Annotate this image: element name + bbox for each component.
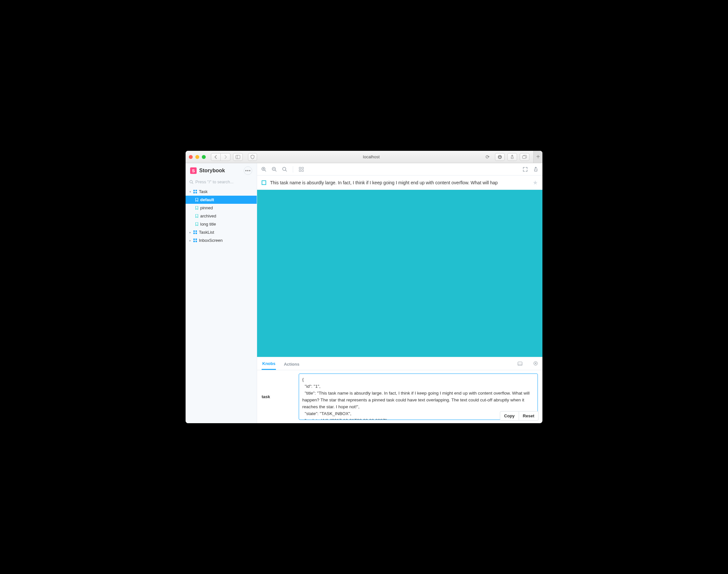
sidebar-menu-button[interactable]: •••: [244, 166, 252, 175]
tabs-button[interactable]: [520, 153, 529, 161]
svg-rect-29: [299, 170, 301, 171]
component-icon: [194, 190, 197, 193]
address-text: localhost: [363, 154, 380, 159]
bookmark-icon: [195, 206, 198, 210]
star-icon[interactable]: ★: [533, 179, 538, 186]
toolbar-separator: [293, 166, 293, 173]
caret-right-icon: ▸: [189, 239, 191, 242]
svg-rect-16: [194, 241, 195, 242]
svg-line-5: [192, 183, 193, 183]
search-icon: [189, 180, 194, 184]
svg-rect-10: [194, 231, 195, 232]
nav-buttons: [211, 153, 230, 161]
addons-tabbar: Knobs Actions: [257, 357, 543, 370]
knobs-body: task Copy Reset: [257, 370, 543, 423]
storybook-logo-icon: S: [190, 167, 197, 174]
tab-knobs[interactable]: Knobs: [262, 361, 276, 370]
svg-line-26: [286, 170, 287, 171]
maximize-window-icon[interactable]: [202, 155, 206, 159]
storybook-app: S Storybook ••• Press "/" to search... ▾…: [185, 163, 543, 423]
zoom-reset-button[interactable]: [282, 166, 288, 172]
svg-line-19: [265, 170, 266, 171]
caret-down-icon: ▾: [189, 190, 191, 193]
sidebar-item-tasklist[interactable]: ▸ TaskList: [185, 228, 257, 236]
svg-rect-8: [194, 192, 195, 193]
minimize-window-icon[interactable]: [195, 155, 199, 159]
new-tab-button[interactable]: +: [533, 151, 543, 163]
privacy-report-icon[interactable]: [248, 153, 257, 161]
sidebar-toggle-button[interactable]: [233, 153, 243, 161]
sidebar-story-long-title[interactable]: long title: [185, 220, 257, 228]
bookmark-icon: [195, 222, 198, 226]
sidebar-story-archived[interactable]: archived: [185, 212, 257, 220]
svg-rect-0: [236, 155, 240, 159]
zoom-in-button[interactable]: [261, 166, 267, 172]
canvas-toolbar: [257, 163, 543, 175]
canvas: This task name is absurdly large. In fac…: [257, 175, 543, 357]
knob-buttons: Copy Reset: [500, 411, 539, 421]
reset-button[interactable]: Reset: [519, 411, 539, 421]
svg-rect-27: [299, 167, 301, 169]
nav-tree: ▾ Task default pinned: [185, 188, 257, 244]
caret-right-icon: ▸: [189, 231, 191, 234]
task-checkbox[interactable]: [262, 180, 266, 185]
close-window-icon[interactable]: [189, 155, 193, 159]
svg-rect-15: [196, 239, 197, 240]
component-icon: [194, 239, 197, 242]
reload-icon[interactable]: ⟳: [485, 154, 490, 160]
tab-actions[interactable]: Actions: [283, 362, 300, 370]
svg-line-23: [275, 170, 276, 171]
sidebar-item-label: TaskList: [199, 230, 214, 235]
bookmark-icon: [195, 214, 198, 218]
task-title: This task name is absurdly large. In fac…: [270, 180, 530, 185]
sidebar: S Storybook ••• Press "/" to search... ▾…: [185, 163, 257, 423]
svg-rect-9: [196, 192, 197, 193]
svg-rect-17: [196, 241, 197, 242]
sidebar-item-label: Task: [199, 189, 208, 194]
task-row: This task name is absurdly large. In fac…: [257, 175, 543, 190]
svg-rect-30: [302, 170, 304, 171]
panel-orientation-button[interactable]: [518, 362, 522, 370]
sidebar-item-label: archived: [200, 213, 216, 218]
browser-window: localhost ⟳ + S Storybook •••: [185, 151, 543, 423]
close-panel-button[interactable]: [533, 361, 538, 370]
open-isolated-button[interactable]: [533, 166, 539, 172]
sidebar-story-default[interactable]: default: [185, 196, 257, 204]
svg-rect-11: [196, 231, 197, 232]
sidebar-item-label: InboxScreen: [199, 238, 223, 243]
main: This task name is absurdly large. In fac…: [257, 163, 543, 423]
copy-button[interactable]: Copy: [500, 411, 519, 421]
search-input[interactable]: Press "/" to search...: [189, 179, 253, 184]
sidebar-item-task[interactable]: ▾ Task: [185, 188, 257, 196]
brand-title: Storybook: [199, 168, 225, 173]
forward-button[interactable]: [221, 153, 230, 161]
bookmark-icon: [195, 198, 198, 202]
svg-rect-7: [196, 190, 197, 191]
zoom-out-button[interactable]: [271, 166, 277, 172]
chrome-right: [495, 153, 529, 161]
share-button[interactable]: [507, 153, 517, 161]
sidebar-item-label: default: [200, 197, 214, 202]
sidebar-item-inboxscreen[interactable]: ▸ InboxScreen: [185, 236, 257, 244]
svg-rect-6: [194, 190, 195, 191]
svg-rect-14: [194, 239, 195, 240]
svg-rect-3: [523, 156, 526, 158]
knob-name: task: [257, 370, 299, 423]
sidebar-header: S Storybook •••: [185, 163, 257, 177]
sidebar-item-label: long title: [200, 222, 216, 227]
svg-rect-12: [194, 233, 195, 234]
fullscreen-button[interactable]: [522, 166, 528, 172]
window-controls: [189, 155, 206, 159]
browser-chrome: localhost ⟳ +: [185, 151, 543, 163]
address-bar[interactable]: localhost ⟳: [245, 153, 493, 161]
svg-point-25: [283, 167, 286, 170]
back-button[interactable]: [211, 153, 221, 161]
search-placeholder: Press "/" to search...: [195, 179, 234, 184]
canvas-background: [257, 190, 543, 357]
sidebar-story-pinned[interactable]: pinned: [185, 204, 257, 212]
component-icon: [194, 231, 197, 234]
downloads-button[interactable]: [495, 153, 505, 161]
viewport-button[interactable]: [298, 166, 304, 172]
svg-rect-28: [302, 167, 304, 169]
svg-rect-31: [518, 362, 522, 366]
